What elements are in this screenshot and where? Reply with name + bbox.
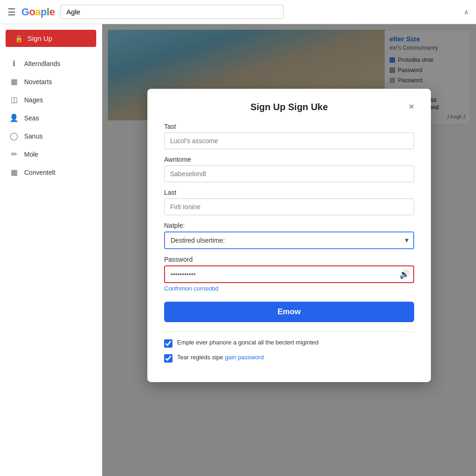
password-field-group: Password 🔊 Confnmon cornsobd [164, 256, 414, 292]
checkbox-2-link[interactable]: gain password [225, 354, 264, 361]
sidebar-item-label: Seas [24, 114, 39, 122]
expand-icon[interactable]: ∧ [464, 8, 469, 16]
signup-modal: Sign Up Sign Uke × Tast Awntome Last Nat… [147, 89, 431, 382]
person-icon: 👤 [9, 113, 19, 122]
sidebar-item-conventelt[interactable]: ▦ Conventelt [0, 163, 102, 181]
checkbox-row-1: Emple ever phanore a goncal all the bect… [164, 338, 414, 348]
signup-button[interactable]: 🔒 Sign Up [6, 30, 96, 47]
signup-label: Sign Up [27, 34, 52, 42]
tast-label: Tast [164, 123, 414, 130]
sidebar-item-nages[interactable]: ◫ Nages [0, 91, 102, 109]
natple-field-group: Natple: Destired ulsertime: [164, 222, 414, 249]
modal-close-button[interactable]: × [409, 102, 414, 111]
checkbox-2-text-plain: Tear regleds sipe [177, 354, 225, 361]
checkbox-2[interactable] [164, 354, 172, 363]
logo: Goaple [21, 6, 55, 18]
modal-title: Sign Up Sign Uke [251, 102, 328, 112]
menu-icon[interactable]: ☰ [7, 7, 16, 18]
sidebar: 🔒 Sign Up ℹ Alterndlands ▦ Novetarts ◫ N… [0, 24, 102, 476]
grid-icon: ▦ [9, 168, 19, 177]
confirm-link[interactable]: Confnmon cornsobd [164, 285, 218, 292]
password-label: Password [164, 256, 414, 263]
password-input[interactable] [164, 265, 414, 283]
tast-field-group: Tast [164, 123, 414, 149]
submit-button[interactable]: Emow [164, 302, 414, 322]
sidebar-item-label: Conventelt [24, 169, 55, 176]
modal-header: Sign Up Sign Uke × [164, 102, 414, 112]
sidebar-item-label: Nages [24, 96, 43, 104]
info-icon: ℹ [9, 59, 19, 68]
checkbox-2-label: Tear regleds sipe gain password [177, 353, 264, 362]
awntome-input[interactable] [164, 165, 414, 182]
natple-select-wrapper: Destired ulsertime: [164, 231, 414, 249]
last-label: Last [164, 189, 414, 196]
last-field-group: Last [164, 189, 414, 215]
password-wrapper: 🔊 [164, 265, 414, 283]
pages-icon: ◫ [9, 95, 19, 104]
sidebar-item-novetarts[interactable]: ▦ Novetarts [0, 73, 102, 91]
checkbox-1[interactable] [164, 339, 172, 348]
last-input[interactable] [164, 198, 414, 215]
lock-icon: 🔒 [15, 35, 23, 42]
sidebar-item-alterndlands[interactable]: ℹ Alterndlands [0, 54, 102, 73]
topbar: ☰ Goaple ∧ [0, 0, 476, 24]
sidebar-item-sanus[interactable]: ◯ Sanus [0, 127, 102, 145]
tast-input[interactable] [164, 132, 414, 149]
sidebar-item-mole[interactable]: ✏ Mole [0, 145, 102, 163]
right-content: elter Size lre!'s Commurnanry Protodiia … [102, 24, 476, 476]
sidebar-item-label: Sanus [24, 132, 43, 140]
sidebar-item-label: Novetarts [24, 78, 52, 86]
sidebar-item-label: Alterndlands [24, 60, 60, 67]
awntome-field-group: Awntome [164, 156, 414, 182]
modal-divider [164, 331, 414, 332]
sidebar-item-seas[interactable]: 👤 Seas [0, 109, 102, 127]
awntome-label: Awntome [164, 156, 414, 163]
circle-icon: ◯ [9, 132, 19, 140]
speaker-icon[interactable]: 🔊 [399, 269, 410, 279]
main-content: 🔒 Sign Up ℹ Alterndlands ▦ Novetarts ◫ N… [0, 24, 476, 476]
natple-select[interactable]: Destired ulsertime: [164, 231, 414, 249]
sidebar-item-label: Mole [24, 151, 38, 158]
checkbox-row-2: Tear regleds sipe gain password [164, 353, 414, 363]
checkbox-1-label: Emple ever phanore a goncal all the bect… [177, 338, 318, 347]
pen-icon: ✏ [9, 150, 19, 159]
calendar-icon: ▦ [9, 77, 19, 86]
natple-label: Natple: [164, 222, 414, 229]
search-input[interactable] [60, 5, 284, 19]
